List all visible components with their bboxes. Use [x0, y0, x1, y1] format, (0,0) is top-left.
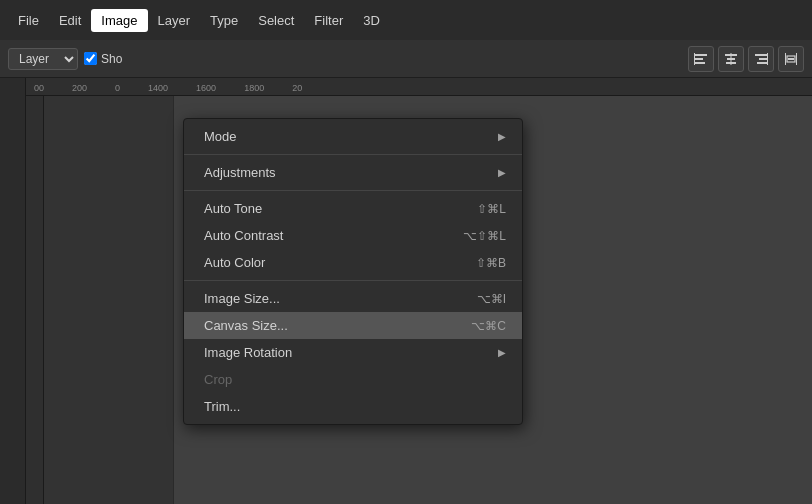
ruler-tick: 20 [292, 83, 302, 93]
menu-item-auto-tone-label: Auto Tone [204, 201, 262, 216]
menubar-item-select[interactable]: Select [248, 9, 304, 32]
menu-item-canvas-size-shortcut: ⌥⌘C [471, 319, 506, 333]
menu-item-image-rotation-arrow: ▶ [498, 347, 506, 358]
svg-rect-7 [731, 53, 732, 65]
menu-item-canvas-size[interactable]: Canvas Size... ⌥⌘C [184, 312, 522, 339]
menubar-item-image[interactable]: Image [91, 9, 147, 32]
menu-item-auto-contrast[interactable]: Auto Contrast ⌥⇧⌘L [184, 222, 522, 249]
svg-rect-3 [694, 53, 695, 65]
menubar-item-file[interactable]: File [8, 9, 49, 32]
image-dropdown-menu: Mode ▶ Adjustments ▶ Auto Tone ⇧⌘L Auto … [183, 118, 523, 425]
ruler-tick: 1400 [148, 83, 168, 93]
menu-item-mode[interactable]: Mode ▶ [184, 123, 522, 150]
separator-2 [184, 190, 522, 191]
svg-rect-2 [695, 62, 705, 64]
separator-3 [184, 280, 522, 281]
menu-item-image-rotation-label: Image Rotation [204, 345, 292, 360]
svg-rect-9 [759, 58, 767, 60]
svg-rect-10 [757, 62, 767, 64]
menu-item-image-size[interactable]: Image Size... ⌥⌘I [184, 285, 522, 312]
menu-item-auto-tone-shortcut: ⇧⌘L [477, 202, 506, 216]
ruler-tick: 200 [72, 83, 87, 93]
svg-rect-8 [755, 54, 767, 56]
ruler-numbers-top: 00 200 0 1400 1600 1800 20 [26, 83, 330, 93]
menu-item-auto-color-shortcut: ⇧⌘B [476, 256, 506, 270]
menu-item-crop-label: Crop [204, 372, 232, 387]
menu-item-auto-contrast-shortcut: ⌥⇧⌘L [463, 229, 506, 243]
svg-rect-12 [785, 53, 786, 65]
menu-item-trim-label: Trim... [204, 399, 240, 414]
separator-1 [184, 154, 522, 155]
layer-dropdown[interactable]: Layer [8, 48, 78, 70]
svg-rect-0 [695, 54, 707, 56]
menu-item-trim[interactable]: Trim... [184, 393, 522, 420]
menu-item-auto-color-label: Auto Color [204, 255, 265, 270]
show-checkbox[interactable] [84, 52, 97, 65]
menu-item-adjustments[interactable]: Adjustments ▶ [184, 159, 522, 186]
canvas-dark-panel [44, 96, 174, 504]
menu-item-auto-color[interactable]: Auto Color ⇧⌘B [184, 249, 522, 276]
menu-item-mode-label: Mode [204, 129, 237, 144]
left-sidebar [0, 78, 26, 504]
menu-item-adjustments-label: Adjustments [204, 165, 276, 180]
ruler-tick: 00 [34, 83, 44, 93]
menubar: File Edit Image Layer Type Select Filter… [0, 0, 812, 40]
show-checkbox-container: Sho [84, 52, 122, 66]
menu-item-image-size-label: Image Size... [204, 291, 280, 306]
menu-item-auto-contrast-label: Auto Contrast [204, 228, 284, 243]
menubar-item-edit[interactable]: Edit [49, 9, 91, 32]
align-center-icon[interactable] [718, 46, 744, 72]
menubar-item-3d[interactable]: 3D [353, 9, 390, 32]
ruler-tick: 1800 [244, 83, 264, 93]
menu-item-adjustments-arrow: ▶ [498, 167, 506, 178]
align-icons [688, 46, 804, 72]
ruler-top: 00 200 0 1400 1600 1800 20 [26, 78, 812, 96]
svg-rect-13 [796, 53, 797, 65]
toolbar: Layer Sho [0, 40, 812, 78]
menu-item-mode-arrow: ▶ [498, 131, 506, 142]
show-label: Sho [101, 52, 122, 66]
align-left-icon[interactable] [688, 46, 714, 72]
menubar-item-layer[interactable]: Layer [148, 9, 201, 32]
canvas-area: 00 200 0 1400 1600 1800 20 0.psd @ 33,3%… [0, 78, 812, 504]
ruler-tick: 1600 [196, 83, 216, 93]
align-right-icon[interactable] [748, 46, 774, 72]
menu-item-image-size-shortcut: ⌥⌘I [477, 292, 506, 306]
menubar-item-filter[interactable]: Filter [304, 9, 353, 32]
svg-rect-1 [695, 58, 703, 60]
ruler-left [26, 96, 44, 504]
menu-item-canvas-size-label: Canvas Size... [204, 318, 288, 333]
ruler-tick: 0 [115, 83, 120, 93]
menu-item-auto-tone[interactable]: Auto Tone ⇧⌘L [184, 195, 522, 222]
svg-rect-15 [788, 58, 794, 60]
menu-item-crop: Crop [184, 366, 522, 393]
svg-rect-11 [767, 53, 768, 65]
menu-item-image-rotation[interactable]: Image Rotation ▶ [184, 339, 522, 366]
distribute-icon[interactable] [778, 46, 804, 72]
menubar-item-type[interactable]: Type [200, 9, 248, 32]
